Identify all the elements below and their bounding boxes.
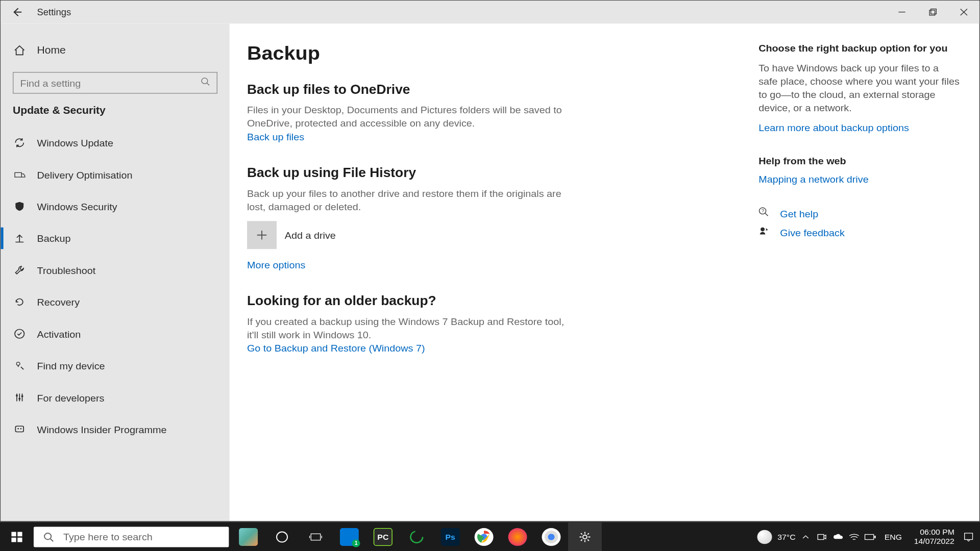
maximize-icon xyxy=(929,8,937,16)
titlebar: Settings xyxy=(1,1,979,23)
window-title: Settings xyxy=(33,7,71,17)
svg-rect-1 xyxy=(929,10,935,15)
sidebar-item-windows-update[interactable]: Windows Update xyxy=(1,127,229,158)
camera-icon xyxy=(817,532,826,541)
taskbar-app-news[interactable] xyxy=(232,522,265,551)
add-drive-button[interactable]: Add a drive xyxy=(247,221,758,249)
taskbar-search-placeholder: Type here to search xyxy=(63,531,153,542)
taskview-icon xyxy=(309,530,322,543)
section-head: Back up files to OneDrive xyxy=(247,82,758,97)
sidebar-item-activation[interactable]: Activation xyxy=(1,318,229,349)
tray-wifi[interactable] xyxy=(848,532,860,541)
battery-icon xyxy=(864,533,876,540)
link-more-options[interactable]: More options xyxy=(247,259,305,270)
svg-point-10 xyxy=(16,394,18,396)
sidebar-item-recovery[interactable]: Recovery xyxy=(1,286,229,318)
main-pane: Backup Back up files to OneDrive Files i… xyxy=(230,23,979,521)
sidebar-item-label: Windows Insider Programme xyxy=(37,424,167,435)
svg-rect-13 xyxy=(15,426,23,432)
taskbar-search[interactable]: Type here to search xyxy=(34,527,229,547)
link-give-feedback[interactable]: Give feedback xyxy=(758,226,961,239)
chrome-icon xyxy=(476,529,492,544)
delivery-icon xyxy=(13,169,26,180)
svg-point-11 xyxy=(18,398,20,400)
sidebar-item-backup[interactable]: Backup xyxy=(1,222,229,254)
location-icon xyxy=(13,360,26,371)
aside-head: Help from the web xyxy=(758,156,961,166)
link-backup-restore-win7[interactable]: Go to Backup and Restore (Windows 7) xyxy=(247,343,425,354)
svg-rect-7 xyxy=(15,172,21,177)
search-input[interactable] xyxy=(13,72,217,93)
sidebar-item-label: Troubleshoot xyxy=(37,265,96,276)
tray-weather[interactable]: 37°C xyxy=(757,530,796,543)
section-body: If you created a backup using the Window… xyxy=(247,315,570,341)
weather-temp: 37°C xyxy=(777,532,795,541)
sidebar-home-label: Home xyxy=(37,44,66,56)
start-button[interactable] xyxy=(0,522,34,551)
sidebar-item-label: Activation xyxy=(37,329,81,339)
svg-text:?: ? xyxy=(762,209,764,214)
taskbar-app-chrome[interactable] xyxy=(467,522,501,551)
section-file-history: Back up using File History Back up your … xyxy=(247,166,758,271)
tray-clock[interactable]: 06:00 PM 14/07/2022 xyxy=(910,528,959,546)
taskbar-app-photoshop[interactable]: Ps xyxy=(433,522,467,551)
search-field[interactable] xyxy=(20,78,210,88)
tray-language[interactable]: ENG xyxy=(880,532,906,541)
sidebar-item-insider[interactable]: Windows Insider Programme xyxy=(1,413,229,445)
taskbar-app-loading[interactable] xyxy=(400,522,433,551)
sidebar-item-find-my-device[interactable]: Find my device xyxy=(1,349,229,381)
gear-icon xyxy=(578,530,592,543)
close-button[interactable] xyxy=(948,1,979,23)
link-get-help[interactable]: ? Get help xyxy=(758,207,961,220)
svg-rect-22 xyxy=(17,532,22,536)
maximize-button[interactable] xyxy=(917,1,948,23)
add-drive-label: Add a drive xyxy=(285,230,336,240)
taskbar-app-firefox[interactable] xyxy=(501,522,534,551)
chevron-up-icon xyxy=(801,533,810,540)
feedback-label: Give feedback xyxy=(780,227,844,238)
svg-rect-23 xyxy=(11,537,16,542)
link-backup-files[interactable]: Back up files xyxy=(247,131,304,142)
sidebar-item-delivery-optimisation[interactable]: Delivery Optimisation xyxy=(1,159,229,190)
section-head: Looking for an older backup? xyxy=(247,294,758,309)
taskbar-cortana[interactable] xyxy=(265,522,299,551)
svg-rect-40 xyxy=(965,533,973,539)
sidebar-item-label: Backup xyxy=(37,233,71,243)
sync-icon xyxy=(13,137,26,148)
sidebar-category: Update & Security xyxy=(1,105,229,127)
svg-point-5 xyxy=(202,78,208,84)
tray-notifications[interactable] xyxy=(963,532,975,541)
tray-battery[interactable] xyxy=(864,533,876,540)
tray-chevron-up[interactable] xyxy=(799,533,812,540)
sidebar-item-label: Windows Update xyxy=(37,137,114,148)
sidebar-item-label: Find my device xyxy=(37,360,105,371)
svg-rect-28 xyxy=(311,534,320,540)
tray-meet-now[interactable] xyxy=(816,532,828,541)
sidebar-item-windows-security[interactable]: Windows Security xyxy=(1,190,229,222)
back-button[interactable] xyxy=(1,1,33,23)
tray-onedrive[interactable] xyxy=(832,533,844,540)
link-mapping-network-drive[interactable]: Mapping a network drive xyxy=(758,174,869,185)
taskbar-app-explorer[interactable]: 1 xyxy=(332,522,366,551)
link-learn-more-backup[interactable]: Learn more about backup options xyxy=(758,122,909,133)
arrow-left-icon xyxy=(11,7,22,17)
sidebar-item-troubleshoot[interactable]: Troubleshoot xyxy=(1,254,229,286)
taskbar-app-chrome2[interactable] xyxy=(534,522,568,551)
minimize-icon xyxy=(898,8,906,16)
taskbar-app-pycharm[interactable]: PC xyxy=(366,522,400,551)
aside-body: To have Windows back up your files to a … xyxy=(758,61,961,115)
section-body: Back up your files to another drive and … xyxy=(247,187,570,213)
taskbar-app-settings[interactable] xyxy=(568,522,602,551)
wifi-icon xyxy=(849,532,860,541)
minimize-button[interactable] xyxy=(887,1,918,23)
svg-rect-2 xyxy=(931,9,937,14)
spinner-icon xyxy=(408,529,425,544)
settings-window: Settings Home xyxy=(0,0,980,522)
svg-rect-38 xyxy=(865,534,873,539)
section-older-backup: Looking for an older backup? If you crea… xyxy=(247,294,758,355)
sidebar-item-for-developers[interactable]: For developers xyxy=(1,382,229,413)
sidebar-item-home[interactable]: Home xyxy=(1,38,229,63)
taskbar-taskview[interactable] xyxy=(299,522,332,551)
svg-point-36 xyxy=(583,535,587,538)
sidebar-item-label: Windows Security xyxy=(37,201,117,212)
